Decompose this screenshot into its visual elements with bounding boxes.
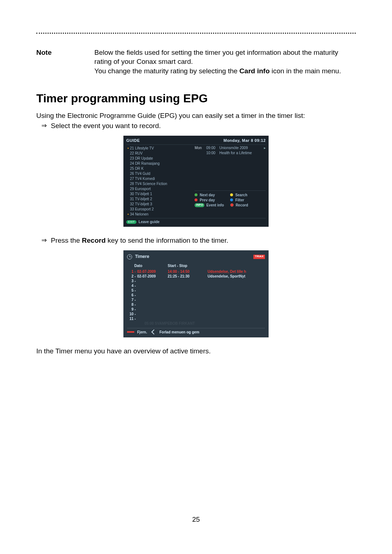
step-1-text: Select the event you want to record. bbox=[51, 122, 356, 131]
note-body: Below the fields used for setting the ti… bbox=[94, 48, 356, 77]
intro-paragraph: Using the Electronic Programme Guide (EP… bbox=[36, 111, 356, 120]
channel-name: 32 TV-biljett 3 bbox=[130, 202, 193, 206]
channel-row[interactable]: 29 Eurosport bbox=[126, 186, 193, 191]
channel-dot-icon: • bbox=[126, 212, 130, 217]
channel-name: 33 Eurosport 2 bbox=[130, 207, 193, 212]
epg-record[interactable]: Record bbox=[230, 202, 266, 208]
channel-name: 28 TV4 Science Fiction bbox=[130, 181, 193, 186]
timer-screenshot: Timere TRIAX Dato Start - Stop 1 - 02-07… bbox=[123, 250, 269, 337]
epg-footer: EXIT Leave guide bbox=[126, 218, 266, 224]
channel-name: 24 DR Ramasjang bbox=[130, 161, 193, 166]
step-2-text: Press the Record key to send the informa… bbox=[51, 236, 356, 245]
note-para-2: You change the maturity rating by select… bbox=[94, 67, 356, 76]
channel-row[interactable]: 30 TV-biljett 1 bbox=[126, 191, 193, 196]
channel-name: 30 TV-biljett 1 bbox=[130, 192, 193, 196]
note-section: Note Below the fields used for setting t… bbox=[36, 48, 356, 77]
timer-row[interactable]: 10 - bbox=[127, 312, 265, 316]
red-dash-icon bbox=[127, 331, 134, 333]
epg-next-day[interactable]: Next day bbox=[195, 192, 230, 197]
timer-remove[interactable]: Fjern. bbox=[137, 330, 147, 335]
note-label: Note bbox=[36, 48, 94, 77]
dotted-rule bbox=[36, 33, 356, 34]
channel-row[interactable]: 27 TV4 Komedi bbox=[126, 176, 193, 181]
arrow-icon: ⇒ bbox=[36, 236, 51, 245]
epg-event-list: Mon09:00Unionsmöte 2009▸10:00Health for … bbox=[195, 145, 266, 156]
channel-row[interactable]: 22 RUV bbox=[126, 151, 193, 156]
epg-title: GUIDE bbox=[126, 138, 140, 143]
channel-row[interactable]: 23 DR Update bbox=[126, 156, 193, 161]
timer-row[interactable]: 8 - bbox=[127, 302, 265, 307]
section-heading: Timer programming using EPG bbox=[36, 91, 356, 106]
epg-channel-list: •21 Lifestyle TV22 RUV23 DR Update24 DR … bbox=[126, 145, 193, 217]
timer-ghost-row: 05:00 SVAMPEBOB FIRKANT bbox=[127, 321, 265, 326]
timer-column-headers: Dato Start - Stop bbox=[127, 263, 265, 268]
channel-dot-icon: • bbox=[126, 146, 130, 151]
timer-row[interactable]: 4 - bbox=[127, 283, 265, 288]
epg-right-panel: Mon09:00Unionsmöte 2009▸10:00Health for … bbox=[193, 145, 266, 217]
channel-row[interactable]: 31 TV-biljett 2 bbox=[126, 196, 193, 201]
back-icon bbox=[151, 329, 156, 335]
epg-event-info[interactable]: INFOEvent info bbox=[195, 202, 230, 208]
channel-row[interactable]: 24 DR Ramasjang bbox=[126, 161, 193, 166]
timer-row-list: 1 - 02-07-200914:00 - 14:50Udsendelse, D… bbox=[127, 269, 265, 321]
timer-footer: Fjern. Forlad menuen og gem bbox=[127, 328, 265, 335]
channel-name: 34 Nelonen bbox=[130, 212, 193, 217]
epg-search[interactable]: Search bbox=[230, 192, 266, 197]
channel-row[interactable]: 25 DR K bbox=[126, 166, 193, 171]
step-1: ⇒ Select the event you want to record. bbox=[36, 122, 356, 131]
channel-row[interactable]: 32 TV-biljett 3 bbox=[126, 201, 193, 206]
note-para-1: Below the fields used for setting the ti… bbox=[94, 48, 356, 66]
event-row[interactable]: 10:00Health for a Lifetime bbox=[195, 151, 266, 156]
channel-row[interactable]: 28 TV4 Science Fiction bbox=[126, 181, 193, 186]
channel-row[interactable]: 33 Eurosport 2 bbox=[126, 206, 193, 212]
epg-filter[interactable]: Filter bbox=[230, 197, 266, 202]
timer-row[interactable]: 7 - bbox=[127, 297, 265, 302]
record-key-ref: Record bbox=[82, 237, 106, 244]
epg-actions: Next day Search Prev day Filter INFOEven… bbox=[195, 190, 266, 208]
arrow-icon: ⇒ bbox=[36, 122, 51, 131]
timer-row[interactable]: 2 - 02-07-200921:25 - 21:30Udsendelse, S… bbox=[127, 274, 265, 279]
epg-datetime: Monday, Mar 8 09:12 bbox=[224, 138, 266, 143]
channel-name: 23 DR Update bbox=[130, 156, 193, 161]
channel-name: 25 DR K bbox=[130, 166, 193, 171]
epg-screenshot: GUIDE Monday, Mar 8 09:12 •21 Lifestyle … bbox=[123, 136, 269, 227]
timer-exit[interactable]: Forlad menuen og gem bbox=[159, 330, 199, 335]
channel-row[interactable]: 26 TV4 Guld bbox=[126, 171, 193, 176]
exit-icon: EXIT bbox=[126, 220, 136, 224]
clock-icon bbox=[127, 254, 132, 259]
channel-name: 26 TV4 Guld bbox=[130, 171, 193, 176]
epg-prev-day[interactable]: Prev day bbox=[195, 197, 230, 202]
channel-row[interactable]: •34 Nelonen bbox=[126, 212, 193, 217]
timer-row[interactable]: 9 - bbox=[127, 307, 265, 312]
timer-row[interactable]: 1 - 02-07-200914:00 - 14:50Udsendelse, D… bbox=[127, 269, 265, 274]
timer-row[interactable]: 6 - bbox=[127, 293, 265, 297]
step-2: ⇒ Press the Record key to send the infor… bbox=[36, 236, 356, 245]
epg-leave-guide[interactable]: Leave guide bbox=[139, 219, 160, 224]
channel-name: 31 TV-biljett 2 bbox=[130, 197, 193, 201]
channel-row[interactable]: •21 Lifestyle TV bbox=[126, 145, 193, 151]
channel-name: 29 Eurosport bbox=[130, 186, 193, 191]
channel-name: 22 RUV bbox=[130, 151, 193, 156]
closing-paragraph: In the Timer menu you have an overview o… bbox=[36, 347, 356, 356]
channel-name: 21 Lifestyle TV bbox=[130, 146, 193, 151]
channel-name: 27 TV4 Komedi bbox=[130, 176, 193, 181]
event-row[interactable]: Mon09:00Unionsmöte 2009▸ bbox=[195, 145, 266, 151]
timer-row[interactable]: 3 - bbox=[127, 279, 265, 283]
triax-logo: TRIAX bbox=[253, 255, 265, 259]
timer-row[interactable]: 11 - bbox=[127, 316, 265, 321]
page-number: 25 bbox=[36, 515, 356, 524]
timer-row[interactable]: 5 - bbox=[127, 288, 265, 293]
timer-title: Timere bbox=[135, 254, 149, 260]
card-info-ref: Card info bbox=[240, 67, 270, 75]
